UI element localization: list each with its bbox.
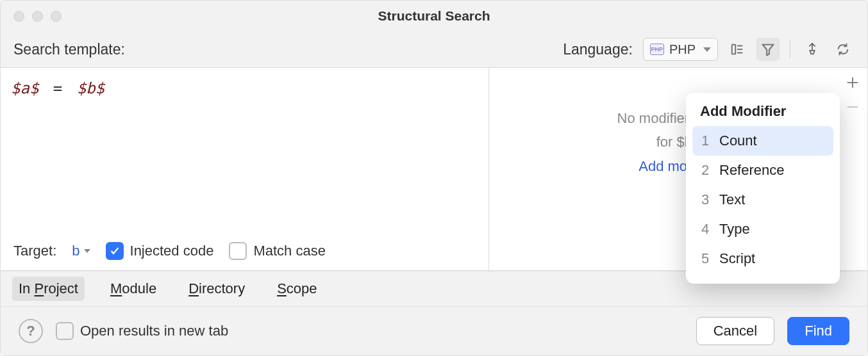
language-label: Language:: [563, 41, 633, 58]
var-b: $b$: [77, 79, 104, 97]
add-modifier-popup: Add Modifier 1 Count 2 Reference 3 Text …: [686, 93, 840, 284]
match-case-label: Match case: [253, 243, 326, 259]
titlebar: Structural Search: [1, 1, 867, 31]
open-new-tab-label: Open results in new tab: [80, 323, 228, 339]
popup-item-number: 5: [701, 250, 710, 267]
editor-pane: $a$ = $b$ Target: b Injected code: [1, 68, 489, 270]
equals: =: [53, 79, 62, 97]
scope-tab-scope[interactable]: Scope: [271, 277, 323, 301]
popup-item-reference[interactable]: 2 Reference: [692, 156, 833, 185]
var-a: $a$: [11, 79, 38, 97]
chevron-down-icon: [703, 47, 711, 52]
popup-item-label: Reference: [719, 162, 785, 179]
remove-modifier-button[interactable]: [844, 99, 861, 115]
toolbar: Search template: Language: PHP PHP: [1, 31, 867, 67]
target-selector[interactable]: b: [72, 243, 90, 259]
separator: [790, 40, 790, 58]
popup-item-count[interactable]: 1 Count: [692, 126, 833, 156]
popup-item-number: 4: [701, 221, 710, 238]
svg-marker-4: [763, 45, 774, 56]
add-remove-buttons: [844, 74, 861, 115]
popup-title: Add Modifier: [692, 102, 833, 126]
filter-icon[interactable]: [756, 38, 780, 61]
popup-item-number: 2: [701, 162, 710, 179]
scope-tab-module[interactable]: Module: [104, 277, 163, 301]
scope-tab-in-project[interactable]: In Project: [12, 277, 85, 301]
injected-code-checkbox[interactable]: Injected code: [106, 242, 214, 260]
open-new-tab-checkbox[interactable]: Open results in new tab: [56, 322, 228, 340]
find-button[interactable]: Find: [787, 317, 849, 345]
cancel-button[interactable]: Cancel: [696, 317, 774, 345]
language-selector[interactable]: PHP PHP: [643, 38, 718, 61]
bottom-bar: ? Open results in new tab Cancel Find: [1, 307, 867, 355]
popup-item-number: 1: [701, 133, 710, 149]
php-icon: PHP: [650, 44, 664, 55]
target-label: Target:: [13, 243, 56, 259]
close-dot[interactable]: [13, 11, 24, 22]
injected-code-label: Injected code: [130, 243, 214, 259]
search-template-label: Search template:: [13, 41, 125, 58]
popup-item-type[interactable]: 4 Type: [692, 214, 833, 244]
svg-rect-0: [732, 45, 736, 54]
target-value: b: [72, 243, 79, 259]
help-button[interactable]: ?: [19, 319, 43, 343]
add-modifier-button[interactable]: [844, 74, 861, 91]
language-name: PHP: [669, 42, 696, 57]
history-icon[interactable]: [726, 38, 749, 61]
checkbox-unchecked-icon: [229, 242, 247, 260]
structural-search-window: Structural Search Search template: Langu…: [0, 0, 868, 356]
chevron-down-icon: [84, 249, 90, 253]
window-controls: [13, 11, 62, 22]
window-title: Structural Search: [378, 8, 490, 24]
scope-tab-directory[interactable]: Directory: [182, 277, 251, 301]
template-editor[interactable]: $a$ = $b$: [1, 68, 488, 232]
checkbox-unchecked-icon: [56, 322, 74, 340]
popup-item-script[interactable]: 5 Script: [692, 244, 833, 273]
popup-item-label: Script: [719, 250, 755, 267]
popup-item-label: Text: [719, 191, 745, 208]
refresh-icon[interactable]: [831, 38, 855, 61]
popup-item-label: Type: [719, 221, 750, 238]
zoom-dot[interactable]: [51, 11, 62, 22]
popup-item-number: 3: [701, 191, 710, 208]
controls-row: Target: b Injected code Match case: [1, 232, 488, 270]
popup-item-text[interactable]: 3 Text: [692, 185, 833, 214]
match-case-checkbox[interactable]: Match case: [229, 242, 326, 260]
checkbox-checked-icon: [106, 242, 124, 260]
pin-icon[interactable]: [801, 38, 824, 61]
minimize-dot[interactable]: [32, 11, 43, 22]
popup-item-label: Count: [719, 133, 757, 149]
